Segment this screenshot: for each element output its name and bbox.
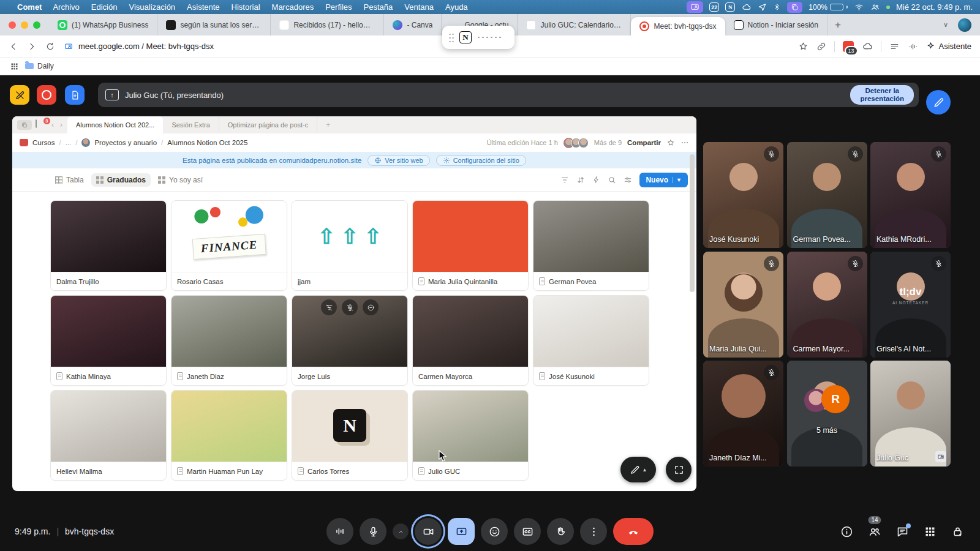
transcript-button[interactable] [65,85,85,105]
raise-hand-button[interactable] [547,518,574,545]
voice-wave-icon[interactable] [908,42,918,51]
gallery-card[interactable]: German Povea [533,200,649,291]
extensions-icon[interactable] [862,41,873,51]
menubar-item[interactable]: Archivo [53,2,79,12]
view-tab[interactable]: Yo soy así [153,173,208,187]
assistant-button[interactable]: Asistente [926,42,971,51]
menubar-item[interactable]: Marcadores [272,2,314,12]
gallery-card[interactable]: Martin Huaman Pun Lay [171,390,287,481]
browser-profile-avatar[interactable] [958,18,971,32]
calendar-menu-icon[interactable]: 22 [709,2,719,12]
browser-tab[interactable]: Julio GUC: Calendario - octu [518,14,631,36]
reload-button[interactable] [45,42,55,51]
remove-circle-icon[interactable] [363,299,379,315]
gallery-card[interactable]: Carmen Mayorca [412,295,529,386]
tab-search-chevron[interactable]: ∨ [937,21,954,29]
menubar-item[interactable]: Edición [91,2,118,12]
menubar-clock[interactable]: Mié 22 oct. 9:49 p. m. [896,2,973,12]
minimize-window-button[interactable] [21,21,28,29]
gallery-card[interactable]: ⇧ ⇧ ⇧ jjam [292,200,408,291]
captions-button[interactable] [514,518,541,545]
mute-icon[interactable] [342,299,358,315]
camera-button[interactable] [415,518,442,545]
address-field[interactable]: meet.google.com / Meet: bvh-tgqs-dsx [64,42,790,51]
breadcrumb-current-page[interactable]: Alumnos Notion Oct 2025 [167,139,247,146]
host-controls-button[interactable] [951,525,964,538]
drag-handle-icon[interactable] [448,32,454,42]
bluetooth-icon[interactable] [773,2,781,12]
end-call-button[interactable] [613,518,654,545]
mic-button[interactable] [360,518,386,545]
menubar-item[interactable]: Historial [232,2,260,12]
chat-panel-button[interactable] [896,525,909,538]
device-options-chevron[interactable] [393,523,409,539]
airdrop-icon[interactable] [758,2,767,12]
participant-tile[interactable]: tl;dv AI NOTETAKER R Julio Guc [870,361,951,467]
gallery-card[interactable]: Hellevi Mallma [50,390,167,481]
search-icon[interactable] [608,176,616,184]
user-switcher-icon[interactable] [870,2,880,12]
menubar-item[interactable]: Ayuda [445,2,468,12]
breadcrumb-ellipsis[interactable]: ... [66,139,72,146]
view-settings-icon[interactable] [624,176,632,184]
tab-switcher-icon[interactable]: 3 [36,120,47,130]
app-menu-name[interactable]: Comet [17,2,42,12]
participant-tile[interactable]: tl;dv AI NOTETAKER R Janeth Díaz Mi... [703,361,783,467]
window-manager-icon[interactable] [787,2,802,13]
gallery-card[interactable]: Kathia Minaya [50,295,167,386]
notion-recorder-overlay[interactable]: N [442,26,514,49]
notion-menu-icon[interactable]: N [725,2,735,12]
browser-tab[interactable]: Meet: bvh-tgqs-dsx [631,17,725,36]
sidebar-toggle-icon[interactable] [17,120,32,130]
notion-tab[interactable]: Alumnos Notion Oct 202... [67,116,163,133]
audio-settings-button[interactable] [326,518,353,545]
breadcrumb-cursos[interactable]: Cursos [32,139,55,146]
people-panel-button[interactable]: 14 [868,525,881,538]
gallery-card[interactable]: Julio GUC [412,390,529,481]
participant-tile[interactable]: tl;dv AI NOTETAKER R German Povea... [787,142,867,248]
bookmark-folder-daily[interactable]: Daily [25,62,54,70]
zoom-window-button[interactable] [33,21,40,29]
gemini-pen-button[interactable] [926,90,951,114]
apps-grid-icon[interactable] [10,62,19,71]
present-button[interactable] [448,518,475,545]
stop-presenting-button[interactable]: Detener la presentación [850,85,914,105]
notion-scrollbar[interactable] [690,154,695,292]
close-window-button[interactable] [9,21,16,29]
gallery-card[interactable]: José Kusunoki [533,295,649,386]
participant-tile[interactable]: tl;dv AI NOTETAKER R 5 más [787,361,867,467]
filter-remove-icon[interactable] [321,299,337,315]
recording-button[interactable] [37,85,56,105]
edit-fab-button[interactable]: ▲ [620,457,656,482]
participant-tile[interactable]: tl;dv AI NOTETAKER R Kathia MRodri... [870,142,951,248]
activities-button[interactable] [924,525,937,538]
reactions-button[interactable] [481,518,508,545]
more-options-button[interactable] [580,518,607,545]
notion-forward-icon[interactable]: › [59,121,64,129]
site-settings-button[interactable]: Configuración del sitio [436,155,526,166]
gallery-card[interactable]: Janeth Diaz [171,295,287,386]
browser-tab[interactable]: Recibidos (17) - hello@juliog [271,14,384,36]
participant-tile[interactable]: tl;dv AI NOTETAKER R Carmen Mayor... [787,252,867,358]
view-tab[interactable]: Graduados [91,173,151,187]
new-entry-button[interactable]: Nuevo ▼ [639,173,688,187]
view-site-button[interactable]: Ver sitio web [368,155,429,166]
cloud-sync-icon[interactable] [741,2,752,12]
gallery-card[interactable]: N Carlos Torres [292,390,408,481]
menubar-item[interactable]: Perfiles [325,2,352,12]
sort-icon[interactable] [576,176,585,184]
view-tab[interactable]: Tabla [50,173,89,187]
reader-menu-icon[interactable] [889,42,900,51]
browser-tab[interactable]: según la sunat los servicios [157,14,271,36]
notion-tab[interactable]: Optimizar página de post-c [219,116,317,133]
battery-indicator[interactable]: 100% [809,3,848,12]
meeting-info-button[interactable] [840,525,853,538]
participant-tile[interactable]: tl;dv AI NOTETAKER R José Kusunoki [703,142,783,248]
notion-tab[interactable]: Sesión Extra [163,116,219,133]
copy-link-icon[interactable] [816,42,826,51]
wifi-icon[interactable] [854,2,864,12]
back-button[interactable] [9,42,18,51]
menubar-item[interactable]: Pestaña [364,2,393,12]
gallery-card[interactable]: Jorge Luis [292,295,408,386]
menubar-item[interactable]: Visualización [129,2,175,12]
